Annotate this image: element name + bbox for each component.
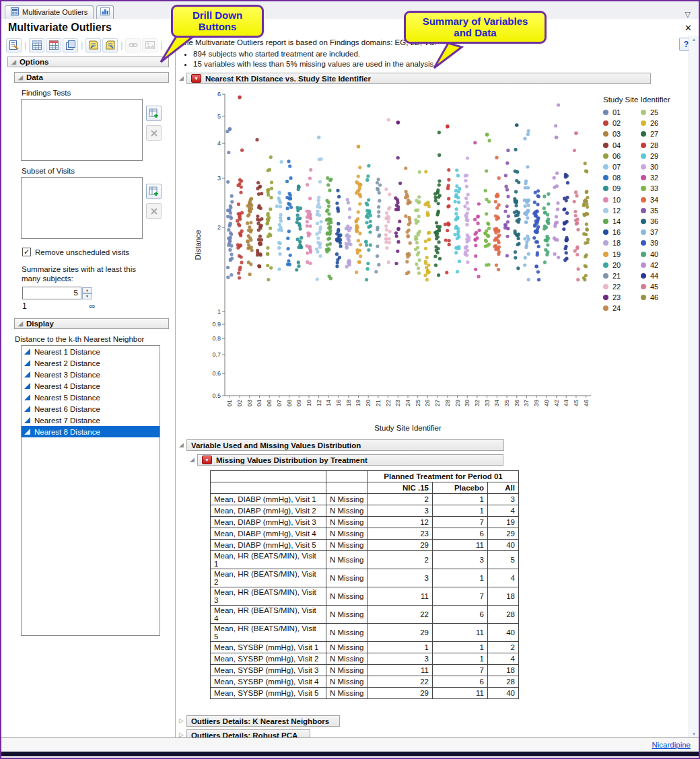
legend-item[interactable]: 42 — [641, 260, 678, 270]
legend-item[interactable]: 06 — [603, 151, 641, 161]
remove-findings-test-button[interactable] — [146, 125, 162, 141]
legend-item[interactable]: 28 — [641, 140, 678, 151]
disclosure-expanded-icon[interactable]: ◢ — [18, 321, 23, 327]
knn-list-item[interactable]: Nearest 3 Distance — [22, 369, 160, 380]
legend-item[interactable]: 32 — [641, 172, 678, 183]
legend-item[interactable]: 03 — [603, 129, 641, 139]
legend-item[interactable]: 01 — [603, 107, 641, 118]
legend-color-dot — [641, 153, 646, 159]
legend-item[interactable]: 40 — [641, 248, 678, 259]
legend-item[interactable]: 04 — [603, 140, 641, 151]
tab-chart[interactable] — [96, 5, 114, 19]
knn-list-item[interactable]: Nearest 8 Distance — [22, 426, 160, 437]
new-window-button[interactable] — [63, 38, 78, 52]
knn-list-item[interactable]: Nearest 5 Distance — [22, 392, 160, 403]
legend-item[interactable]: 20 — [603, 260, 641, 270]
findings-tests-listbox[interactable] — [21, 99, 143, 161]
legend-item[interactable]: 16 — [603, 227, 641, 238]
drill-down-left-button[interactable] — [85, 38, 101, 52]
spin-up-icon[interactable]: ▲ — [82, 287, 92, 293]
variables-section-bar[interactable]: Variable Used and Missing Values Distrib… — [186, 439, 504, 451]
legend-item[interactable]: 18 — [603, 238, 641, 248]
close-icon[interactable]: ✕ — [685, 23, 692, 33]
outliers-knn-bar[interactable]: Outliers Details: K Nearest Neighbors — [186, 715, 340, 727]
outliers-pca-bar[interactable]: Outliers Details: Robust PCA — [186, 729, 310, 737]
legend-item[interactable]: 23 — [603, 292, 641, 303]
knn-list-item[interactable]: Nearest 6 Distance — [22, 403, 160, 414]
red-triangle-menu-icon[interactable]: ▽ — [682, 10, 693, 19]
drill-down-button[interactable]: ▼ — [191, 74, 201, 83]
legend-item[interactable]: 46 — [641, 292, 678, 303]
legend-item[interactable]: 24 — [603, 303, 641, 314]
svg-text:24: 24 — [405, 400, 411, 406]
distance-scatter-plot[interactable]: 0.50.60.70.80.91234560102030406070809101… — [193, 86, 596, 436]
min-subjects-input[interactable]: 5 — [22, 287, 81, 299]
display-section-header[interactable]: ◢ Display — [14, 318, 169, 329]
drill-down-button[interactable]: ▼ — [202, 456, 212, 464]
scroll-up-icon[interactable]: ▲ — [692, 37, 697, 42]
legend-item[interactable]: 29 — [641, 151, 678, 161]
missing-table-body: Mean, DIABP (mmHg), Visit 1N Missing213M… — [211, 494, 519, 699]
knn-list-item[interactable]: Nearest 7 Distance — [22, 414, 160, 426]
legend-item[interactable]: 25 — [641, 107, 678, 118]
legend-item[interactable]: 34 — [641, 194, 678, 205]
add-findings-test-button[interactable] — [146, 106, 162, 121]
disclosure-expanded-icon[interactable]: ◢ — [190, 457, 195, 463]
missing-section-bar[interactable]: ▼ Missing Values Distribution by Treatme… — [197, 454, 503, 466]
disclosure-expanded-icon[interactable]: ◢ — [18, 75, 23, 81]
knn-list-item[interactable]: Nearest 2 Distance — [22, 357, 160, 369]
drill-down-right-button[interactable] — [102, 38, 118, 52]
row-stat: N Missing — [326, 569, 368, 587]
legend-item[interactable]: 35 — [641, 205, 678, 216]
disclosure-collapsed-icon[interactable]: ▷ — [179, 732, 184, 737]
legend-item[interactable]: 37 — [641, 227, 678, 238]
legend-item[interactable]: 07 — [603, 161, 641, 172]
legend-item[interactable]: 22 — [603, 281, 641, 292]
legend-item[interactable]: 12 — [603, 205, 641, 216]
legend-item[interactable]: 08 — [603, 172, 641, 183]
disclosure-expanded-icon[interactable]: ◢ — [11, 59, 16, 65]
image-button[interactable] — [142, 38, 158, 52]
disclosure-collapsed-icon[interactable]: ▷ — [179, 718, 184, 724]
study-link[interactable]: Nicardipine — [652, 741, 691, 749]
min-subjects-spinner[interactable]: ▲ ▼ — [82, 287, 92, 299]
legend-item[interactable]: 14 — [603, 216, 641, 227]
spin-down-icon[interactable]: ▼ — [82, 293, 92, 299]
legend-item[interactable]: 26 — [641, 118, 678, 129]
journal-button[interactable] — [29, 38, 44, 52]
subset-of-visits-listbox[interactable] — [21, 177, 143, 239]
link-button[interactable] — [125, 38, 141, 52]
plot-section-bar[interactable]: ▼ Nearest Kth Distance vs. Study Site Id… — [186, 73, 651, 84]
legend-item[interactable]: 02 — [603, 118, 641, 129]
legend-item[interactable]: 30 — [641, 161, 678, 172]
legend-item[interactable]: 10 — [603, 194, 641, 205]
scroll-down-icon[interactable]: ▼ — [692, 731, 697, 736]
options-section-header[interactable]: ◢ Options — [7, 57, 169, 67]
vertical-scrollbar[interactable]: ▲ ▼ — [689, 36, 699, 737]
legend-item[interactable]: 21 — [603, 270, 641, 281]
knn-list-item[interactable]: Nearest 4 Distance — [22, 380, 160, 392]
tab-multivariate-outliers[interactable]: Multivariate Outliers — [5, 5, 94, 19]
data-section-header[interactable]: ◢ Data — [14, 72, 169, 83]
legend-item[interactable]: 45 — [641, 281, 678, 292]
disclosure-expanded-icon[interactable]: ◢ — [179, 442, 184, 448]
data-table-button[interactable] — [46, 38, 61, 52]
row-label: Mean, DIABP (mmHg), Visit 4 — [211, 528, 326, 540]
legend-item[interactable]: 39 — [641, 238, 678, 248]
remove-visit-button[interactable] — [146, 203, 162, 219]
add-visit-button[interactable] — [146, 184, 162, 199]
row-value: 29 — [368, 688, 433, 699]
remove-unscheduled-checkbox[interactable]: ✓ — [22, 248, 31, 256]
legend-item[interactable]: 36 — [641, 216, 678, 227]
legend-item[interactable]: 44 — [641, 270, 678, 281]
knn-listbox[interactable]: Nearest 1 DistanceNearest 2 DistanceNear… — [21, 345, 160, 636]
disclosure-expanded-icon[interactable]: ◢ — [179, 75, 184, 81]
table-row: Mean, HR (BEATS/MIN), Visit 4N Missing22… — [211, 606, 519, 624]
legend-item[interactable]: 27 — [641, 129, 678, 139]
knn-list-item[interactable]: Nearest 1 Distance — [22, 346, 160, 357]
make-report-button[interactable] — [6, 38, 22, 52]
legend-item[interactable]: 33 — [641, 183, 678, 194]
row-value: 18 — [488, 587, 519, 606]
legend-item[interactable]: 09 — [603, 183, 641, 194]
legend-item[interactable]: 19 — [603, 248, 641, 259]
